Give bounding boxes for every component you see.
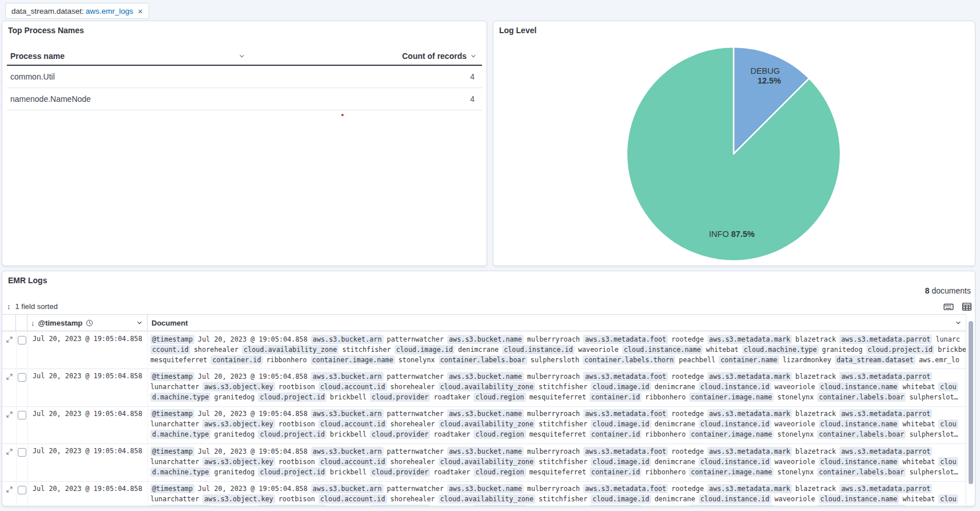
field-value: blazetrack — [795, 335, 836, 343]
row-checkbox[interactable] — [18, 336, 26, 344]
field-value: granitedog — [214, 430, 254, 438]
row-checkbox[interactable] — [18, 373, 26, 382]
field-value: patternwatcher — [387, 373, 444, 381]
column-header-process-name[interactable]: Process name — [7, 52, 246, 61]
expand-document-button[interactable] — [5, 336, 13, 344]
field-name-badge: aws.s3.bucket.name — [447, 447, 524, 456]
log-level-panel: DEBUG12.5%INFO 87.5% Log Level — [493, 21, 975, 266]
field-name-badge: container.id — [210, 355, 262, 365]
filter-pill-label: data_stream.dataset:aws.emr_logs — [11, 7, 133, 15]
field-name-badge: cloud.account.id — [318, 457, 387, 466]
field-name-badge: container.id — [589, 505, 642, 506]
field-value: shorehealer — [194, 346, 238, 354]
field-name-badge: aws.s3.metadata.parrot — [839, 484, 932, 493]
field-value: granitedog — [214, 393, 254, 401]
field-name-badge: cloud.account.id — [318, 494, 387, 504]
chevron-down-icon — [954, 319, 962, 327]
expand-document-button[interactable] — [5, 486, 13, 494]
field-value: whitebat — [706, 346, 739, 354]
grid-header-timestamp[interactable]: ↓ @timestamp — [27, 315, 148, 331]
field-value: blazetrack — [795, 447, 836, 455]
timestamp-header-label: @timestamp — [38, 319, 83, 327]
field-name-badge: container.image.name — [689, 468, 774, 477]
field-name-badge: cloud.provider — [370, 393, 430, 402]
field-value: waveoriole — [775, 458, 815, 466]
field-name-badge: aws.s3.bucket.arn — [311, 447, 384, 456]
field-name-badge: aws.s3.object.key — [202, 457, 275, 466]
field-name-badge: cloud.availability_zone — [242, 345, 338, 354]
field-value: mulberryroach — [527, 373, 580, 381]
row-checkbox[interactable] — [18, 448, 26, 457]
chevron-down-icon — [136, 319, 144, 327]
field-name-badge: container.labels.boar — [439, 355, 527, 365]
field-value: Jul 20, 2023 @ 19:05:04.858 — [198, 373, 308, 381]
document-line: d.machine.typegranitedogcloud.project.id… — [150, 429, 966, 439]
field-name-badge: container.image.name — [310, 355, 395, 365]
keyboard-shortcuts-button[interactable] — [943, 302, 954, 312]
field-name-badge: aws.s3.bucket.name — [447, 409, 524, 418]
field-name-badge: cloud.region — [473, 430, 525, 439]
row-checkbox[interactable] — [18, 486, 26, 494]
field-value: denimcrane — [655, 420, 695, 428]
field-value: sulphersloth — [531, 356, 579, 364]
field-value: stonelynx — [399, 356, 435, 364]
column-header-count-of-records[interactable]: Count of records — [402, 52, 482, 61]
field-value: brickbell — [330, 393, 366, 401]
field-value: patternwatcher — [387, 410, 444, 418]
remove-filter-icon[interactable]: × — [138, 7, 143, 15]
field-name-badge: data_stream.dataset — [835, 355, 915, 365]
field-value: mulberryroach — [527, 485, 580, 493]
field-name-badge: cloud.project.id — [258, 430, 326, 439]
sorted-fields-button[interactable]: ↕ 1 field sorted — [7, 302, 58, 311]
grid-row: Jul 20, 2023 @ 19:05:04.858@timestampJul… — [2, 369, 966, 406]
field-value: stonelynx — [777, 393, 814, 401]
dashboard-filter-pill[interactable]: data_stream.dataset:aws.emr_logs × — [5, 3, 149, 19]
display-options-grid-button[interactable] — [962, 302, 972, 312]
documents-count-label: documents — [932, 286, 971, 295]
expand-document-button[interactable] — [5, 411, 13, 419]
field-value: ribbonhero — [645, 393, 686, 401]
document-line: d.machine.typegranitedogcloud.project.id… — [150, 392, 966, 402]
row-checkbox[interactable] — [18, 411, 26, 419]
field-value: whitebat — [902, 458, 935, 466]
field-name-badge: cloud.availability_zone — [439, 382, 535, 391]
document-line: d.machine.typegranitedogcloud.project.id… — [150, 467, 966, 477]
field-value: shorehealer — [391, 495, 435, 503]
field-name-badge: aws.s3.metadata.foot — [583, 372, 668, 381]
expand-document-button[interactable] — [5, 373, 13, 381]
field-value: patternwatcher — [387, 335, 444, 343]
field-name-badge: aws.s3.metadata.parrot — [839, 335, 932, 344]
expand-document-button[interactable] — [5, 448, 13, 456]
field-value: granitedog — [214, 505, 254, 506]
field-name-badge: cloud.instance.name — [622, 345, 703, 354]
field-value: waveoriole — [578, 346, 619, 354]
field-value: denimcrane — [655, 458, 695, 466]
expand-icon — [6, 373, 13, 381]
grid-row: Jul 20, 2023 @ 19:05:04.858@timestampJul… — [2, 444, 966, 481]
field-value: blazetrack — [795, 373, 836, 381]
table-row: namenode.NameNode4 — [7, 88, 482, 110]
pie-label-debug: DEBUG — [750, 66, 780, 76]
field-name-badge: aws.s3.bucket.name — [447, 335, 524, 344]
field-name-badge: aws.s3.bucket.arn — [311, 409, 384, 418]
field-value: stitchfisher — [539, 458, 587, 466]
vertical-scrollbar[interactable] — [969, 321, 973, 484]
document-line: @timestampJul 20, 2023 @ 19:05:04.858aws… — [150, 409, 966, 419]
field-name-badge: cloud.image.id — [395, 345, 455, 354]
documents-count-value: 8 — [925, 286, 930, 295]
field-name-badge: clou — [938, 419, 958, 429]
process-name-cell: namenode.NameNode — [7, 94, 91, 104]
field-value: sulpherslot… — [909, 468, 958, 476]
document-line: ccount.idshorehealercloud.availability_z… — [150, 344, 966, 355]
pie-slice-info[interactable] — [627, 47, 840, 261]
field-name-badge: cloud.image.id — [591, 457, 651, 466]
field-value: shorehealer — [391, 458, 435, 466]
keyboard-icon — [943, 302, 954, 312]
field-value: roadtaker — [433, 468, 470, 476]
field-value: blazetrack — [795, 410, 836, 418]
grid-header-document[interactable]: Document — [148, 315, 966, 331]
field-value: lunarchatter — [150, 383, 199, 391]
field-name-badge: aws.s3.metadata.mark — [707, 335, 792, 344]
field-name-badge: aws.s3.metadata.mark — [707, 447, 792, 456]
field-name-badge: aws.s3.metadata.mark — [707, 409, 792, 418]
